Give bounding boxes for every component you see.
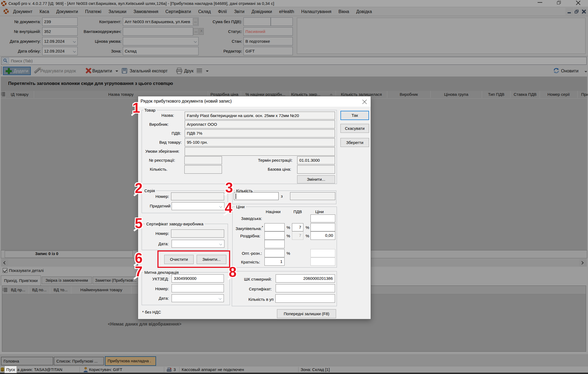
price-wholesale-label: Опт.-розн.: (242, 251, 262, 256)
annotation-7: 7 (135, 266, 142, 277)
ok-button[interactable]: Так (340, 111, 369, 120)
product-qty-field[interactable] (184, 165, 222, 174)
dialog-close-icon[interactable] (362, 99, 367, 104)
multiplicity-price-field[interactable] (310, 257, 335, 266)
series-valid-combo[interactable] (172, 202, 224, 210)
group-series-label: Серія (143, 188, 156, 193)
quantity-field-1[interactable] (234, 192, 279, 200)
group-prices-label: Ціни (235, 204, 246, 209)
wholesale-price-field[interactable] (310, 249, 335, 257)
chevron-down-icon (219, 243, 222, 245)
customs-number-label: Номер: (155, 286, 169, 291)
customs-number-field[interactable] (172, 284, 224, 292)
dialog-title-bar: Рядок прибуткового документа (новий запи… (138, 96, 371, 107)
annotation-4: 4 (225, 203, 232, 213)
product-storage-field[interactable] (185, 147, 335, 156)
annotation-2: 2 (135, 183, 142, 194)
previous-stock-button[interactable]: Попередні залишки (F8) (277, 309, 336, 318)
product-reg-term-field[interactable]: 01.01.3000 (297, 156, 335, 164)
save-button[interactable]: Зберегти (340, 138, 369, 147)
percent-sign: % (287, 225, 290, 230)
no-vat-footnote: * без НДС (142, 310, 161, 314)
product-reg-term-label: Термін реєстрації: (258, 158, 293, 163)
start-button-tooltip[interactable]: Пуск (4, 366, 17, 373)
retail-price-field[interactable]: 0,00 (310, 231, 335, 240)
product-name-label: Назва: (162, 113, 174, 118)
retail-vat-field: 7 (292, 231, 303, 240)
product-vat-field[interactable]: ПДВ 7% (185, 129, 335, 137)
customs-uktzed-field[interactable]: 3304990000 (172, 274, 224, 283)
product-reg-num-label: № реєстрації: (149, 158, 175, 163)
chevron-down-icon (219, 297, 221, 300)
percent-sign: % (306, 234, 309, 238)
chevron-down-icon (219, 205, 222, 208)
annotation-1: 1 (132, 103, 140, 114)
prices-markup-header: Націнки (263, 209, 283, 214)
purchase-asterisk: * (262, 225, 263, 229)
sticker-certificate-label: Сертифікат: (249, 287, 272, 292)
dialog-title: Рядок прибуткового документа (новий запи… (141, 99, 232, 104)
product-kind-label: Вид товару: (159, 140, 182, 145)
sticker-qty-pack-field[interactable] (275, 294, 335, 303)
percent-sign: % (306, 225, 309, 230)
purchase-markup-field[interactable] (264, 223, 285, 231)
multiplicity-label: Кратність: (241, 260, 260, 265)
product-vat-label: ПДВ: (172, 131, 181, 136)
purchase-vat-field[interactable]: 7 (292, 223, 303, 231)
wholesale-markup-field[interactable] (264, 249, 285, 257)
cancel-button[interactable]: Скасувати (340, 124, 369, 133)
sticker-certificate-field[interactable] (276, 284, 335, 292)
product-name-field[interactable]: Family Plast бактерицидни на шолк. осн. … (185, 112, 335, 119)
product-qty-label: Кількість. (150, 167, 167, 172)
customs-date-label: Дата: (159, 296, 169, 301)
sticker-qty-pack-label: Кількість в уп (248, 297, 274, 302)
price-purchase-label: Закупівельна:* (236, 225, 263, 230)
annotation-3: 3 (225, 182, 233, 193)
group-certificate-label: Сертифікат заводу-виробника (145, 222, 205, 226)
multiplicity-field[interactable]: 1 (264, 257, 285, 266)
quantity-of-label: з (281, 194, 283, 199)
extra-markup-field[interactable] (264, 240, 285, 248)
certificate-date-label: Дата: (159, 241, 169, 246)
annotation-5: 5 (135, 218, 142, 229)
product-change-button[interactable]: Змінити... (297, 175, 335, 183)
annotation-rect-6 (157, 250, 230, 268)
customs-date-combo[interactable] (172, 294, 224, 302)
product-reg-num-field[interactable] (184, 156, 222, 164)
prices-vat-header: ПДВ (292, 209, 303, 214)
customs-uktzed-label: УКТЗЕД: (152, 277, 169, 281)
annotation-6: 6 (135, 253, 142, 264)
sticker-barcode-label: ШК стикерний: (244, 277, 272, 282)
retail-markup-field[interactable] (264, 231, 285, 240)
price-factory-field[interactable] (310, 214, 335, 222)
product-producer-field[interactable]: Агропласт ООО (185, 120, 335, 128)
certificate-number-field[interactable] (171, 229, 224, 238)
certificate-date-combo[interactable] (172, 240, 224, 248)
purchase-price-field[interactable] (310, 223, 335, 231)
group-product-label: Товар (143, 108, 157, 112)
sticker-barcode-field[interactable]: 2060000201386 (276, 274, 335, 283)
dialog-incoming-document-row: Рядок прибуткового документа (новий запи… (138, 96, 371, 319)
series-number-field[interactable] (171, 192, 224, 200)
product-storage-label: Умови зберігання: (145, 149, 179, 154)
product-kind-field[interactable]: 95-100 грн. (185, 138, 335, 146)
price-retail-label: Роздрібна: (240, 234, 260, 238)
product-producer-label: Виробник: (149, 122, 169, 127)
series-number-label: Номер: (156, 194, 169, 199)
percent-sign: % (287, 251, 290, 256)
certificate-number-label: Номер: (156, 231, 169, 236)
annotation-8: 8 (229, 267, 236, 278)
quantity-field-2[interactable] (290, 192, 335, 200)
price-factory-label: Заводська: (241, 216, 262, 221)
product-base-price-label: Базова ціна: (268, 167, 291, 172)
prices-price-header: Ціни (309, 209, 330, 214)
series-valid-label: Придатний (150, 204, 170, 209)
product-base-price-field[interactable] (297, 165, 335, 174)
percent-sign: % (287, 234, 290, 238)
text-caret (236, 194, 236, 199)
group-customs-label: Митна декларація (143, 270, 180, 275)
